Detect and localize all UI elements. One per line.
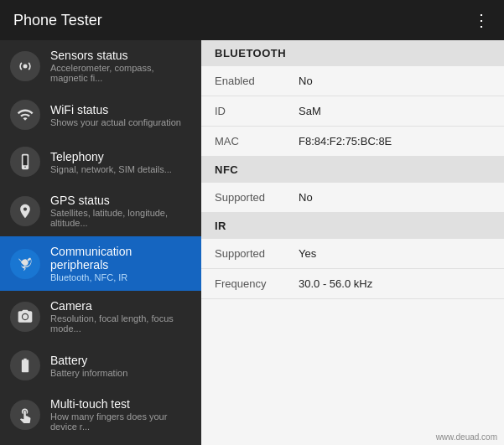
right-panel: BLUETOOTHEnabledNoIDSaMMACF8:84:F2:75:BC… [201, 40, 504, 445]
sidebar-item-label: Multi-touch test [50, 397, 191, 411]
sidebar-item-label: Camera [50, 299, 191, 313]
sidebar-item-sublabel: Resolution, focal length, focus mode... [50, 313, 191, 334]
info-label: Supported [215, 247, 299, 260]
sidebar-item-battery[interactable]: BatteryBattery information [0, 342, 201, 389]
sidebar-item-camera[interactable]: CameraResolution, focal length, focus mo… [0, 291, 201, 342]
sidebar-item-label: Telephony [50, 150, 172, 163]
section-header-0: BLUETOOTH [201, 40, 504, 66]
info-value: F8:84:F2:75:BC:8E [299, 135, 392, 147]
section-header-2: IR [201, 213, 504, 239]
sidebar-item-label: GPS status [50, 194, 191, 207]
table-row: EnabledNo [201, 66, 504, 96]
info-value: 30.0 - 56.0 kHz [299, 277, 372, 290]
sidebar-item-label: Battery [50, 354, 127, 367]
sidebar-item-sublabel: Battery information [50, 368, 127, 378]
sidebar-item-cpu[interactable]: CPUFrequency, CPU type, number of core..… [0, 440, 201, 445]
sidebar-item-sublabel: Satellites, latitude, longitude, altitud… [50, 208, 191, 228]
more-menu-icon[interactable]: ⋮ [473, 12, 491, 28]
sidebar-item-gps[interactable]: GPS statusSatellites, latitude, longitud… [0, 185, 201, 236]
info-label: Supported [215, 191, 299, 204]
multitouch-icon [10, 400, 40, 430]
svg-rect-2 [23, 156, 28, 166]
gps-icon [10, 196, 40, 226]
telephony-icon [10, 147, 40, 177]
sidebar-item-wifi[interactable]: WiFi statusShows your actual configurati… [0, 91, 201, 138]
sidebar-item-sublabel: Signal, network, SIM details... [50, 164, 172, 174]
info-label: Frequency [215, 277, 299, 290]
info-value: No [299, 191, 313, 204]
communication-icon [10, 249, 40, 279]
watermark: www.deuad.com [436, 432, 497, 442]
sidebar-item-label: Sensors status [50, 49, 191, 62]
sidebar-item-sublabel: How many fingers does your device r... [50, 411, 191, 432]
info-label: Enabled [215, 75, 299, 87]
info-label: ID [215, 105, 299, 117]
info-label: MAC [215, 135, 299, 147]
sidebar-item-telephony[interactable]: TelephonySignal, network, SIM details... [0, 138, 201, 185]
section-header-1: NFC [201, 157, 504, 183]
table-row: MACF8:84:F2:75:BC:8E [201, 127, 504, 157]
sidebar-item-sublabel: Bluetooth, NFC, IR [50, 272, 191, 282]
table-row: Frequency30.0 - 56.0 kHz [201, 269, 504, 299]
info-value: No [299, 75, 313, 87]
wifi-icon [10, 100, 40, 130]
info-value: SaM [299, 105, 321, 117]
sensors-icon [10, 51, 40, 81]
sidebar-item-multitouch[interactable]: Multi-touch testHow many fingers does yo… [0, 389, 201, 440]
sidebar-item-label: Communication peripherals [50, 245, 191, 272]
svg-point-4 [23, 261, 26, 263]
table-row: SupportedYes [201, 239, 504, 269]
sidebar-item-label: WiFi status [50, 103, 181, 116]
svg-point-0 [23, 64, 28, 68]
camera-icon [10, 302, 40, 332]
info-value: Yes [299, 247, 316, 260]
sidebar-item-communication[interactable]: Communication peripheralsBluetooth, NFC,… [0, 236, 201, 291]
top-bar: Phone Tester ⋮ [0, 0, 504, 40]
app-title: Phone Tester [13, 12, 102, 29]
table-row: SupportedNo [201, 183, 504, 213]
content-area: Sensors statusAccelerometer, compass, ma… [0, 40, 504, 445]
sidebar-item-sensors[interactable]: Sensors statusAccelerometer, compass, ma… [0, 40, 201, 91]
sidebar: Sensors statusAccelerometer, compass, ma… [0, 40, 201, 445]
table-row: IDSaM [201, 96, 504, 127]
sidebar-item-sublabel: Accelerometer, compass, magnetic fi... [50, 63, 191, 83]
battery-icon [10, 350, 40, 380]
svg-point-3 [24, 166, 26, 168]
sidebar-item-sublabel: Shows your actual configuration [50, 117, 181, 127]
